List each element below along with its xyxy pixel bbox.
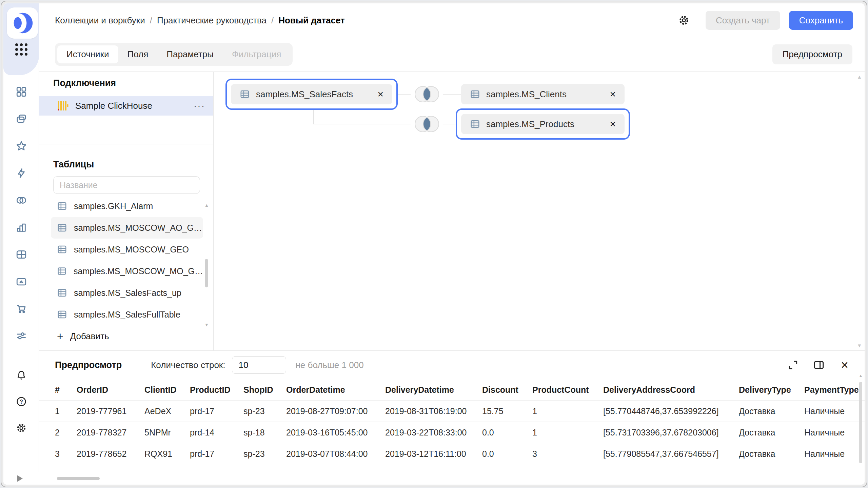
table-cell: [55.731703396,37.678203006] bbox=[603, 428, 739, 438]
table-name: samples.MS_MOSCOW_AO_G… bbox=[74, 223, 202, 233]
horizontal-scrollbar-thumb[interactable] bbox=[57, 477, 100, 480]
datalens-logo[interactable] bbox=[7, 7, 38, 39]
table-name: samples.GKH_Alarm bbox=[74, 201, 153, 211]
table-cell: 2019-03-12T16:11:00 bbox=[385, 449, 482, 459]
table-list-scrollbar[interactable]: ▲ ▼ bbox=[204, 204, 209, 326]
table-cell: 1 bbox=[532, 406, 603, 416]
column-header[interactable]: DeliveryAddressCoord bbox=[603, 385, 739, 395]
left-rail: ? bbox=[3, 3, 39, 485]
breadcrumb-item[interactable]: Практические руководства bbox=[157, 15, 267, 26]
plus-icon: + bbox=[57, 331, 63, 342]
table-node[interactable]: samples.MS_Clients × bbox=[461, 84, 625, 104]
tab[interactable]: Параметры bbox=[157, 45, 223, 63]
preview-title: Предпросмотр bbox=[55, 360, 122, 370]
add-table-button[interactable]: + Добавить bbox=[57, 331, 109, 342]
help-icon[interactable]: ? bbox=[16, 396, 27, 407]
table-cell: 2019-03-16T05:45:00 bbox=[286, 428, 385, 438]
notifications-bell-icon[interactable] bbox=[16, 369, 27, 381]
connection-item[interactable]: Sample ClickHouse ··· bbox=[39, 96, 213, 116]
clickhouse-icon bbox=[57, 100, 68, 111]
breadcrumb: Коллекции и воркбуки / Практические руко… bbox=[55, 15, 345, 26]
table-cell: Доставка bbox=[739, 449, 804, 459]
column-header[interactable]: DeliveryType bbox=[739, 385, 804, 395]
scroll-down-icon[interactable]: ▼ bbox=[857, 343, 862, 348]
datasets-venn-icon[interactable] bbox=[16, 195, 27, 206]
table-list-item[interactable]: samples.MS_MOSCOW_GEO bbox=[51, 239, 203, 260]
table-search-input[interactable] bbox=[53, 176, 200, 194]
top-header: Коллекции и воркбуки / Практические руко… bbox=[39, 3, 865, 37]
table-list-item[interactable]: samples.GKH_Alarm bbox=[51, 195, 203, 217]
table-icon bbox=[57, 223, 67, 233]
tab[interactable]: Фильтрация bbox=[223, 45, 290, 63]
table-icon bbox=[57, 266, 67, 276]
dashboards-table-icon[interactable] bbox=[16, 249, 27, 260]
column-header[interactable]: ProductCount bbox=[532, 385, 603, 395]
table-cell: 1 bbox=[532, 428, 603, 438]
breadcrumb-item[interactable]: Коллекции и воркбуки bbox=[55, 15, 145, 26]
column-header[interactable]: Discount bbox=[482, 385, 532, 395]
services-sliders-icon[interactable] bbox=[16, 330, 27, 342]
table-cell: sp-23 bbox=[243, 406, 286, 416]
remove-table-icon[interactable]: × bbox=[610, 89, 616, 99]
dataset-settings-gear-icon[interactable] bbox=[676, 13, 691, 28]
dashboard-icon[interactable] bbox=[16, 86, 27, 98]
join-canvas[interactable]: samples.MS_SalesFacts × samples.MS_Clien… bbox=[214, 72, 865, 350]
table-icon bbox=[57, 309, 67, 320]
column-header[interactable]: OrderDatetime bbox=[286, 385, 385, 395]
charts-icon[interactable] bbox=[16, 222, 27, 233]
preview-toggle-button[interactable]: Предпросмотр bbox=[772, 44, 852, 64]
column-header[interactable]: # bbox=[55, 385, 77, 395]
tab[interactable]: Поля bbox=[118, 45, 158, 63]
remove-table-icon[interactable]: × bbox=[377, 89, 383, 99]
table-node-selected[interactable]: samples.MS_SalesFacts × bbox=[225, 79, 398, 110]
scroll-up-icon[interactable]: ▲ bbox=[857, 74, 862, 80]
table-cell: AeDeX bbox=[144, 406, 190, 416]
scrollbar-thumb[interactable] bbox=[859, 382, 862, 463]
svg-text:?: ? bbox=[20, 399, 23, 405]
column-header[interactable]: ShopID bbox=[243, 385, 286, 395]
tab[interactable]: Источники bbox=[57, 45, 118, 63]
table-list-item[interactable]: samples.MS_SalesFacts_up bbox=[51, 282, 203, 304]
table-node-selected[interactable]: samples.MS_Products × bbox=[456, 108, 630, 140]
breadcrumb-separator: / bbox=[150, 15, 152, 26]
favorites-star-icon[interactable] bbox=[16, 140, 27, 152]
column-header[interactable]: DeliveryDatetime bbox=[385, 385, 482, 395]
table-icon bbox=[57, 201, 67, 211]
remove-table-icon[interactable]: × bbox=[610, 119, 616, 129]
inner-join-icon[interactable] bbox=[411, 113, 443, 135]
row-count-input[interactable] bbox=[232, 356, 286, 374]
table-icon bbox=[470, 119, 480, 129]
save-button[interactable]: Сохранить bbox=[789, 11, 853, 30]
scroll-up-icon[interactable]: ▲ bbox=[859, 373, 863, 378]
collections-icon[interactable] bbox=[16, 113, 27, 125]
close-preview-icon[interactable]: × bbox=[838, 359, 851, 371]
table-row: 22019-7783275NPMrprd-14sp-182019-03-16T0… bbox=[39, 422, 865, 443]
apps-grid-icon[interactable] bbox=[3, 43, 39, 56]
create-chart-button[interactable]: Создать чарт bbox=[706, 11, 780, 30]
table-cell: Наличные bbox=[804, 449, 865, 459]
scrollbar-thumb[interactable] bbox=[205, 259, 208, 287]
scroll-down-icon[interactable]: ▼ bbox=[204, 322, 209, 327]
preview-scrollbar[interactable]: ▲ bbox=[859, 373, 863, 470]
inner-join-icon[interactable] bbox=[411, 83, 443, 105]
table-list-item[interactable]: samples.MS_SalesFullTable bbox=[51, 304, 203, 325]
table-icon bbox=[57, 244, 67, 255]
column-header[interactable]: OrderID bbox=[77, 385, 144, 395]
expand-rail-play-icon[interactable] bbox=[17, 475, 23, 482]
expand-icon[interactable] bbox=[787, 359, 800, 371]
connections-lightning-icon[interactable] bbox=[16, 167, 27, 179]
connection-menu-icon[interactable]: ··· bbox=[194, 100, 205, 111]
table-list-item[interactable]: samples.MS_MOSCOW_AO_G… bbox=[51, 217, 203, 239]
node-table-name: samples.MS_Products bbox=[486, 119, 574, 129]
column-header[interactable]: PaymentType bbox=[804, 385, 865, 395]
column-header[interactable]: ProductID bbox=[190, 385, 243, 395]
table-list-item[interactable]: samples.MS_MOSCOW_MO_G… bbox=[51, 260, 203, 282]
marketplace-cart-icon[interactable] bbox=[16, 303, 27, 314]
gallery-folder-icon[interactable] bbox=[16, 276, 27, 287]
table-cell: Доставка bbox=[739, 406, 804, 416]
column-header[interactable]: ClientID bbox=[144, 385, 190, 395]
settings-gear-icon[interactable] bbox=[16, 422, 27, 434]
split-panel-icon[interactable] bbox=[812, 359, 825, 371]
scroll-up-icon[interactable]: ▲ bbox=[204, 203, 209, 208]
table-cell: 15.75 bbox=[482, 406, 532, 416]
